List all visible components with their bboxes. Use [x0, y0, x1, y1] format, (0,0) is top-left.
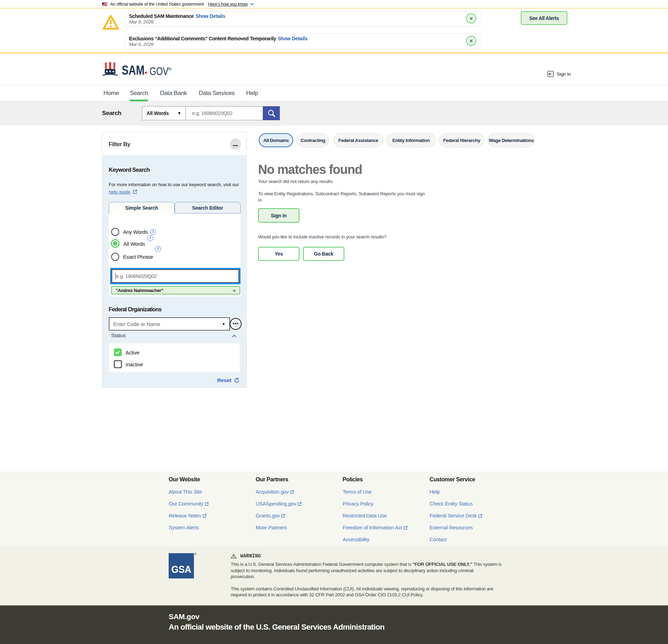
svg-text:R: R — [169, 68, 171, 70]
svg-text:GSA: GSA — [171, 563, 191, 575]
svg-text:GOV: GOV — [150, 65, 169, 77]
svg-text:SAM: SAM — [122, 63, 144, 77]
svg-text:®: ® — [195, 553, 197, 556]
